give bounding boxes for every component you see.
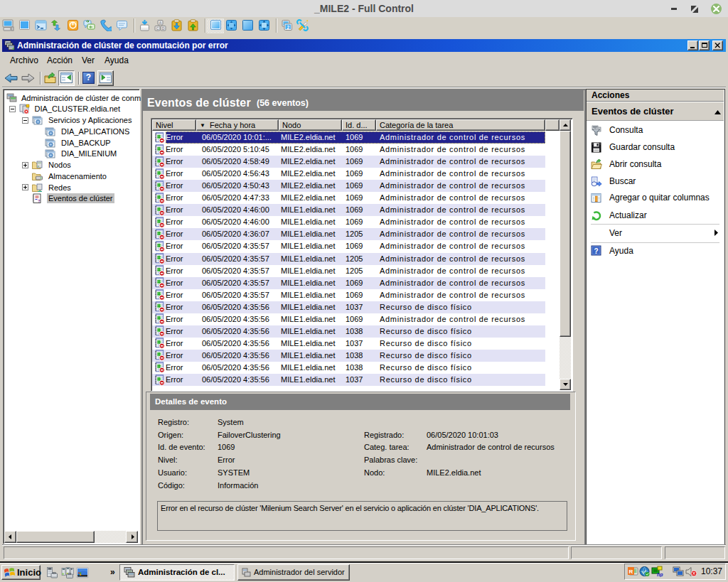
svg-text:C: C — [156, 26, 159, 31]
svg-text:R: R — [629, 568, 633, 575]
svg-text:2: 2 — [287, 25, 289, 30]
svg-text:?: ? — [594, 247, 598, 255]
svg-text:hp: hp — [657, 572, 663, 577]
svg-text:?: ? — [38, 199, 41, 203]
svg-text:D: D — [161, 26, 164, 31]
